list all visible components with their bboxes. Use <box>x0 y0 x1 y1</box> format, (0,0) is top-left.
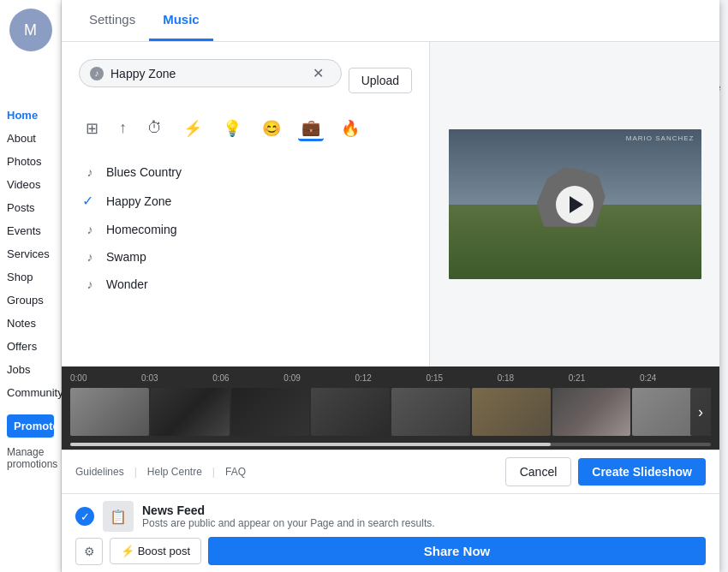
mark-1: 0:03 <box>141 373 212 383</box>
music-item-wonder[interactable]: ♪ Wonder <box>79 271 412 298</box>
search-bar: ♪ ✕ <box>79 59 342 87</box>
sidebar-nav: Home About Photos Videos Posts Events Se… <box>0 97 61 411</box>
bolt-icon[interactable]: ⚡ <box>180 116 206 141</box>
news-feed-sub: Posts are public and appear on your Page… <box>142 517 435 529</box>
mark-7: 0:21 <box>569 373 640 383</box>
play-button[interactable] <box>556 186 594 223</box>
share-actions: ⚙ ⚡ Boost post Share Now <box>75 537 706 565</box>
mark-8: 0:24 <box>640 373 711 383</box>
settings-gear-button[interactable]: ⚙ <box>75 538 103 565</box>
manage-promotions-link[interactable]: Manage promotions <box>0 441 61 475</box>
sidebar-item-shop[interactable]: Shop <box>0 265 61 289</box>
music-item-swamp[interactable]: ♪ Swamp <box>79 243 412 271</box>
music-item-happy-zone[interactable]: ✓ Happy Zone <box>79 186 412 216</box>
timeline-next-arrow[interactable]: › <box>690 388 711 436</box>
mark-6: 0:18 <box>498 373 569 383</box>
timeline-thumb-6[interactable] <box>472 388 551 436</box>
timeline-thumb-3[interactable] <box>231 388 310 436</box>
video-watermark: MARIO SANCHEZ <box>626 134 695 142</box>
music-title-wonder: Wonder <box>106 277 148 291</box>
video-preview: MARIO SANCHEZ <box>449 129 701 279</box>
briefcase-icon[interactable]: 💼 <box>298 115 324 141</box>
timeline-marks: 0:00 0:03 0:06 0:09 0:12 0:15 0:18 0:21 … <box>62 373 719 383</box>
search-input[interactable] <box>110 67 313 80</box>
mark-4: 0:12 <box>355 373 426 383</box>
sidebar-item-home[interactable]: Home <box>0 104 61 127</box>
create-slideshow-button[interactable]: Create Slideshow <box>578 458 706 486</box>
bulb-icon[interactable]: 💡 <box>219 116 245 141</box>
timeline-thumb-1[interactable] <box>70 388 149 436</box>
grid-icon[interactable]: ⊞ <box>82 116 102 141</box>
sidebar-item-notes[interactable]: Notes <box>0 312 61 335</box>
promote-button[interactable]: Promote <box>7 414 54 438</box>
emoji-icon[interactable]: 😊 <box>259 116 284 141</box>
play-triangle-icon <box>570 196 583 213</box>
clear-icon[interactable]: ✕ <box>313 65 324 81</box>
boost-icon: ⚡ <box>121 545 134 557</box>
share-now-button[interactable]: Share Now <box>208 537 706 565</box>
right-panel: MARIO SANCHEZ <box>430 42 719 366</box>
modal: Settings Music ♪ ✕ Upload ⊞ ↑ ⏱ ⚡ 💡 <box>62 0 719 572</box>
tab-music[interactable]: Music <box>149 0 213 41</box>
music-title-happy-zone: Happy Zone <box>106 194 171 208</box>
separator-1: | <box>134 466 137 478</box>
music-note-icon-5: ♪ <box>82 277 98 291</box>
progress-bar-container <box>62 438 719 450</box>
up-arrow-icon[interactable]: ↑ <box>116 116 130 140</box>
progress-bar[interactable] <box>70 443 711 446</box>
faq-link[interactable]: FAQ <box>225 466 246 478</box>
music-list: ♪ Blues Country ✓ Happy Zone ♪ Homecomin… <box>79 158 412 298</box>
music-title-swamp: Swamp <box>106 250 146 264</box>
sidebar-item-offers[interactable]: Offers <box>0 335 61 358</box>
avatar: M <box>9 9 52 51</box>
upload-button[interactable]: Upload <box>349 68 412 93</box>
news-feed-row: ✓ 📋 News Feed Posts are public and appea… <box>75 501 706 532</box>
music-title-homecoming: Homecoming <box>106 223 176 236</box>
sidebar-item-community[interactable]: Community <box>0 381 61 404</box>
timeline-thumb-2[interactable] <box>151 388 230 436</box>
search-dot-icon: ♪ <box>90 67 104 80</box>
sidebar-item-groups[interactable]: Groups <box>0 289 61 312</box>
timeline-thumb-5[interactable] <box>391 388 470 436</box>
mark-0: 0:00 <box>70 373 141 383</box>
tab-settings[interactable]: Settings <box>75 0 149 41</box>
timeline-thumb-7[interactable] <box>552 388 631 436</box>
music-title-blues-country: Blues Country <box>106 165 182 179</box>
modal-tabs: Settings Music <box>62 0 719 42</box>
sidebar: M Marie Photo... @marie... Home About Ph… <box>0 0 62 572</box>
mark-5: 0:15 <box>427 373 498 383</box>
news-feed-icon: 📋 <box>103 501 134 532</box>
sidebar-item-posts[interactable]: Posts <box>0 196 61 219</box>
music-item-blues-country[interactable]: ♪ Blues Country <box>79 158 412 186</box>
sidebar-item-events[interactable]: Events <box>0 219 61 242</box>
music-note-icon-3: ♪ <box>82 223 98 236</box>
timeline-section: 0:00 0:03 0:06 0:09 0:12 0:15 0:18 0:21 … <box>62 366 719 450</box>
sidebar-item-about[interactable]: About <box>0 127 61 150</box>
video-background: MARIO SANCHEZ <box>449 129 701 279</box>
news-feed-check-icon: ✓ <box>75 507 94 526</box>
timeline-strip <box>62 386 719 438</box>
icon-toolbar: ⊞ ↑ ⏱ ⚡ 💡 😊 💼 🔥 <box>79 115 412 141</box>
guidelines-link[interactable]: Guidelines <box>75 466 124 478</box>
cancel-button[interactable]: Cancel <box>505 457 572 486</box>
check-icon: ✓ <box>82 193 98 209</box>
sidebar-item-photos[interactable]: Photos <box>0 150 61 173</box>
left-panel: ♪ ✕ Upload ⊞ ↑ ⏱ ⚡ 💡 😊 💼 🔥 ♪ <box>62 42 430 366</box>
clock-icon[interactable]: ⏱ <box>144 116 166 140</box>
fire-icon[interactable]: 🔥 <box>337 116 363 141</box>
mark-2: 0:06 <box>212 373 283 383</box>
news-feed-info: News Feed Posts are public and appear on… <box>142 503 435 529</box>
sidebar-item-services[interactable]: Services <box>0 242 61 265</box>
share-section: ✓ 📋 News Feed Posts are public and appea… <box>62 493 719 572</box>
sidebar-item-jobs[interactable]: Jobs <box>0 358 61 381</box>
progress-fill <box>70 443 551 446</box>
bottom-bar: Guidelines | Help Centre | FAQ Cancel Cr… <box>62 450 719 493</box>
modal-content: ♪ ✕ Upload ⊞ ↑ ⏱ ⚡ 💡 😊 💼 🔥 ♪ <box>62 42 719 366</box>
music-item-homecoming[interactable]: ♪ Homecoming <box>79 216 412 243</box>
bottom-links: Guidelines | Help Centre | FAQ <box>75 466 246 478</box>
help-centre-link[interactable]: Help Centre <box>147 466 202 478</box>
mark-3: 0:09 <box>283 373 355 383</box>
sidebar-item-videos[interactable]: Videos <box>0 173 61 196</box>
boost-post-button[interactable]: ⚡ Boost post <box>110 538 201 564</box>
timeline-thumb-4[interactable] <box>311 388 390 436</box>
